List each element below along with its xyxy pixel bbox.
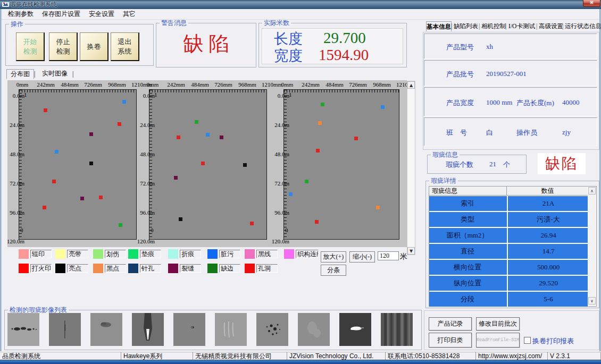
close-button[interactable]: ✕ [583, 0, 600, 7]
legend-swatch-缺边 [207, 264, 218, 273]
product-info-label: 产品宽度 [446, 98, 474, 108]
panel-3-defect-point[interactable] [289, 192, 293, 196]
legend-swatch-亮带 [55, 249, 65, 259]
defect-thumbnail-10[interactable] [381, 313, 413, 346]
report-checkbox-label: 换卷打印报表 [532, 336, 574, 346]
panel-3-defect-point[interactable] [316, 149, 320, 153]
right-tab-5[interactable]: 高级设置 [539, 21, 562, 31]
table-scrollbar-up-arrow[interactable]: ∧ [588, 187, 596, 194]
panel-2-defect-point[interactable] [243, 163, 247, 167]
legend-swatch-划伤 [93, 249, 103, 259]
panel-3-ytick: 120.0m [266, 238, 289, 244]
plot-vertical-scrollbar[interactable]: ▲▼ [407, 81, 415, 255]
op-button-3-label: 换卷 [87, 42, 101, 52]
close-icon: ✕ [590, 0, 594, 5]
status-segment-7: V 2.3.1 [548, 352, 601, 360]
window-title: 瑕疵在线检测系统 [10, 0, 57, 9]
op-button-3[interactable]: 换卷 [80, 32, 108, 61]
defect-thumbnail-3[interactable] [90, 313, 122, 346]
panel-3-defect-point[interactable] [315, 220, 319, 224]
panel-3-ytick: 24.0m [266, 122, 289, 128]
table-cell-label: 横向位置 [429, 260, 506, 275]
right-tab-2[interactable]: 缺陷列表 [454, 21, 478, 31]
op-button-4[interactable]: 退出系统 [111, 32, 139, 61]
menu-item-4[interactable]: 其它 [119, 9, 139, 19]
zoom-out-button[interactable]: 缩小(-) [349, 251, 375, 263]
right-tab-4[interactable]: I/O卡测试 [508, 21, 536, 31]
defect-thumbnail-2[interactable] [49, 313, 81, 346]
panel-1[interactable]: 10 [19, 89, 137, 240]
table-row-2[interactable]: 类型污渍-大 [429, 212, 588, 227]
panel-2-defect-point[interactable] [250, 222, 254, 225]
panel-3[interactable]: 10 [283, 89, 399, 240]
defect-thumbnail-4[interactable] [132, 313, 164, 346]
panel-2-defect-point[interactable] [195, 120, 198, 124]
view-tab-2[interactable]: 实时图像 [38, 69, 71, 78]
table-cell-label: 纵向位置 [429, 276, 506, 291]
panel-1-defect-point[interactable] [80, 197, 84, 200]
panel-1-defect-point[interactable] [52, 180, 56, 183]
meter-value-1: 29.700 [323, 29, 366, 47]
defect-thumbnail-7[interactable] [256, 313, 288, 346]
defect-thumbnail-9[interactable] [339, 313, 371, 346]
panel-2-defect-point[interactable] [179, 217, 182, 221]
legend-label-缺边: 缺边 [219, 264, 240, 273]
view-tab-1[interactable]: 分布图 [6, 69, 34, 79]
panel-2-defect-point[interactable] [174, 176, 178, 180]
panel-1-defect-point[interactable] [44, 108, 47, 112]
panel-1-defect-point[interactable] [55, 150, 59, 154]
panel-1-ytick: 72.0m [7, 180, 24, 187]
panel-1-defect-point[interactable] [89, 162, 93, 165]
table-row-7[interactable]: 分段5-6 [429, 292, 588, 307]
panel-1-defect-point[interactable] [118, 122, 121, 126]
table-vertical-scrollbar[interactable]: ∧∨ [588, 187, 596, 305]
action-button-2[interactable]: 修改目前批次 [476, 317, 520, 331]
right-tab-6[interactable]: 运行状态信息 [565, 21, 599, 31]
defect-thumbnail-1[interactable] [7, 313, 39, 346]
menu-item-3[interactable]: 安全设置 [85, 9, 118, 19]
defect-thumbnail-8[interactable] [298, 313, 330, 346]
product-info-value: 20190527-001 [486, 70, 527, 78]
panel-2-defect-point[interactable] [220, 136, 223, 139]
legend-label-垫痕: 垫痕 [140, 250, 161, 258]
zoom-in-button[interactable]: 放大(+) [321, 251, 346, 263]
panel-1-defect-point[interactable] [89, 132, 93, 136]
panel-3-defect-point[interactable] [321, 103, 324, 106]
panel-1-defect-point[interactable] [43, 206, 46, 209]
right-tab-1[interactable]: 基本信息 [426, 21, 452, 31]
table-row-5[interactable]: 横向位置500.000 [429, 260, 588, 275]
legend-label-针孔: 针孔 [140, 264, 161, 273]
defect-thumbnail-5[interactable] [173, 313, 205, 346]
length-input[interactable]: 120 [378, 251, 399, 260]
panel-3-defect-point[interactable] [354, 137, 358, 140]
panel-3-defect-point[interactable] [381, 105, 385, 109]
table-row-4[interactable]: 直径14.7 [429, 244, 588, 259]
panel-2-defect-point[interactable] [201, 162, 205, 165]
panel-1-defect-point[interactable] [99, 196, 103, 199]
panel-1-defect-point[interactable] [122, 100, 126, 104]
scrollbar-up-arrow[interactable]: ▲ [407, 81, 415, 89]
table-scrollbar-down-arrow[interactable]: ∨ [588, 297, 596, 304]
table-row-6[interactable]: 纵向位置29.520 [429, 276, 588, 291]
panel-3-defect-point[interactable] [318, 121, 322, 125]
panel-2-defect-point[interactable] [206, 133, 210, 137]
right-tab-3[interactable]: 相机控制 [481, 21, 505, 31]
action-button-3[interactable]: 打印归类 [429, 333, 472, 348]
unit-label: 米 [400, 252, 407, 261]
scrollbar-down-arrow[interactable]: ▼ [407, 247, 415, 255]
panel-2[interactable]: 10 [149, 89, 267, 240]
menu-item-2[interactable]: 保存图片设置 [38, 9, 84, 19]
panel-2-defect-point[interactable] [177, 136, 180, 139]
menu-item-1[interactable]: 检测参数 [4, 9, 37, 19]
panel-1-defect-point[interactable] [119, 223, 122, 227]
action-button-1[interactable]: 产品记录 [429, 317, 472, 331]
panel-3-defect-point[interactable] [376, 206, 380, 209]
op-button-1[interactable]: 开始检测 [16, 32, 45, 61]
panel-3-defect-point[interactable] [305, 180, 308, 183]
split-button[interactable]: 分条 [321, 265, 346, 276]
op-button-2[interactable]: 停止检测 [49, 32, 78, 61]
table-row-3[interactable]: 面积（mm2）26.94 [429, 228, 588, 243]
table-row-1[interactable]: 索引21A [429, 196, 588, 211]
defect-thumbnail-6[interactable] [215, 313, 247, 346]
report-checkbox[interactable] [524, 337, 531, 344]
